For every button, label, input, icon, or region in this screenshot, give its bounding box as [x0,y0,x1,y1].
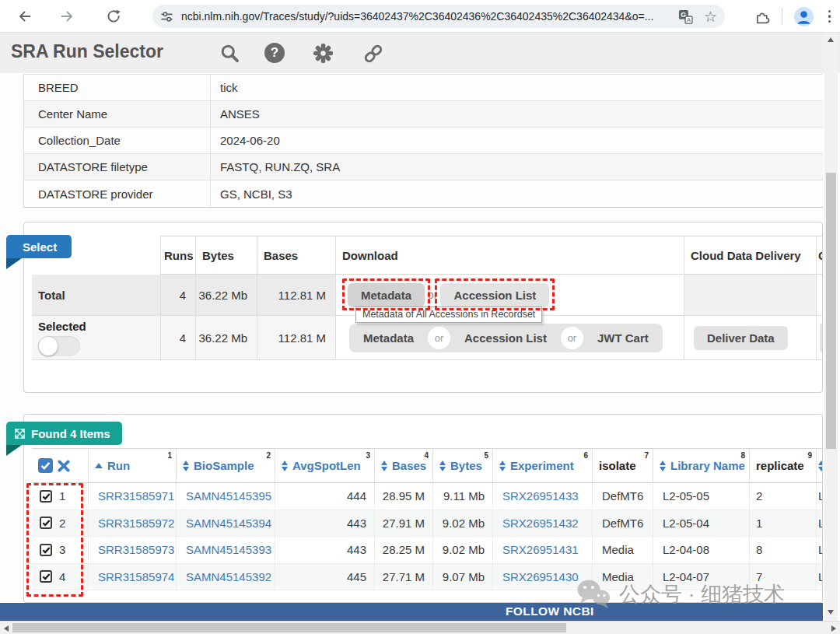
total-label: Total [32,275,160,316]
scroll-down-arrow[interactable] [828,610,834,615]
run-link[interactable]: SRR31585974 [88,564,176,590]
select-header-row: Runs Bytes Bases Download Cloud Data Del… [32,236,822,275]
sort-icon [439,461,446,471]
search-button[interactable] [219,43,240,67]
address-bar[interactable]: ncbi.nlm.nih.gov/Traces/study/?uids=3640… [152,5,725,28]
horizontal-scrollbar[interactable] [0,621,840,634]
biosample-link[interactable]: SAMN45145395 [176,483,275,510]
bytes-value: 9.02 Mb [432,510,492,537]
column-number: 7 [644,451,649,460]
check-icon [43,574,49,579]
settings-button[interactable] [313,43,334,67]
metadata-name: DATASTORE filetype [24,154,211,180]
back-button[interactable] [16,8,33,25]
column-header-experiment[interactable]: Experiment 6 [492,448,592,483]
biosample-link[interactable]: SAMN45145394 [176,510,275,537]
site-info-icon[interactable] [160,10,173,23]
column-header-biosample[interactable]: BioSample 2 [176,448,275,483]
selected-toggle[interactable] [38,336,80,356]
clipped-value: L [816,483,822,510]
column-header-run[interactable]: Run 1 [88,448,176,483]
metadata-download-button[interactable]: Metadata [348,283,425,307]
row-checkbox[interactable] [40,517,52,529]
metadata-selected-button[interactable]: Metadata [349,331,428,345]
table-row: 1 SRR31585971 SAMN45145395 444 28.95 M 9… [32,483,822,510]
column-label: Library Name [670,459,745,472]
permalink-button[interactable] [362,43,384,68]
accession-list-selected-button[interactable]: Accession List [450,331,561,345]
column-header-cloud-data-delivery: Cloud Data Delivery [684,236,816,275]
column-header-isolate: isolate 7 [592,448,653,483]
column-number: 1 [167,451,172,460]
row-checkbox[interactable] [40,490,52,503]
select-all-cell [32,448,88,483]
row-checkbox[interactable] [40,570,52,583]
scroll-left-arrow[interactable] [4,625,9,632]
check-icon [43,548,49,552]
isolate-value: DefMT6 [592,510,653,537]
select-all-checkbox[interactable] [38,458,53,473]
column-header-avgspotlen[interactable]: AvgSpotLen 3 [275,448,374,483]
clipped-button[interactable] [820,324,822,352]
metadata-value: tick [211,81,823,94]
or-separator: or [428,327,450,349]
scroll-up-arrow[interactable] [828,37,834,42]
scroll-right-arrow[interactable] [831,625,836,632]
vertical-scrollbar-thumb[interactable] [826,173,836,449]
selected-download-group: Metadata or Accession List or JWT Cart [349,324,663,352]
clear-selection-icon[interactable] [58,460,70,472]
jwt-cart-button[interactable]: JWT Cart [583,331,663,345]
metadata-value: ANSES [211,107,823,121]
isolate-value: Media [592,537,653,563]
run-link[interactable]: SRR31585971 [88,483,176,510]
experiment-link[interactable]: SRX26951430 [492,564,592,590]
selected-cloud-cell: Deliver Data [684,316,816,360]
biosample-link[interactable]: SAMN45145393 [176,537,275,563]
deliver-data-button[interactable]: Deliver Data [694,326,788,350]
profile-avatar[interactable] [793,6,814,27]
vertical-scrollbar[interactable] [824,33,838,621]
column-header-bytes[interactable]: Bytes 5 [432,448,492,483]
metadata-row: BREED tick [24,75,823,101]
experiment-link[interactable]: SRX26951432 [492,510,592,537]
selected-clipped-cell [816,316,822,360]
total-cloud-cell [684,275,816,316]
expand-arrows-icon [14,428,26,440]
translate-icon[interactable]: GA [678,9,693,24]
help-button[interactable]: ? [264,43,285,63]
column-label: BioSample [194,459,254,472]
column-header-library-name[interactable]: Library Name 8 [653,448,749,483]
sort-icon [183,461,189,471]
metadata-name: Collection_Date [24,128,211,153]
extensions-icon[interactable] [754,9,771,25]
run-link[interactable]: SRR31585972 [88,510,176,537]
metadata-tooltip: Metadata of All Accessions in Recordset [355,306,542,323]
bytes-value: 9.07 Mb [432,564,492,590]
experiment-link[interactable]: SRX26951433 [492,483,592,510]
toggle-knob [39,337,58,356]
horizontal-scrollbar-thumb[interactable] [12,623,566,632]
biosample-link[interactable]: SAMN45145392 [176,564,275,590]
reload-button[interactable] [105,8,122,25]
accession-list-download-button[interactable]: Accession List [440,283,549,307]
experiment-link[interactable]: SRX26951431 [492,537,592,563]
total-download-cell: Metadata or Accession List Metadata of A… [335,275,684,316]
column-header-clipped: C [816,236,822,275]
url-text[interactable]: ncbi.nlm.nih.gov/Traces/study/?uids=3640… [181,10,672,23]
selected-runs: 4 [160,316,195,360]
column-label: Bytes [450,459,482,472]
bookmark-star-icon[interactable]: ☆ [704,9,717,24]
column-header-bases[interactable]: Bases 4 [374,448,432,483]
bases-value: 28.95 M [374,483,432,510]
row-checkbox[interactable] [40,544,52,556]
metadata-value: FASTQ, RUN.ZQ, SRA [211,160,823,173]
study-metadata-table: BREED tick Center Name ANSES Collection_… [23,74,823,208]
row-number: 2 [59,517,65,530]
browser-menu-icon[interactable] [825,7,835,26]
column-header-clipped [816,448,822,483]
avgspotlen-value: 444 [275,483,374,510]
bases-value: 27.91 M [374,510,432,537]
column-label: Experiment [510,459,574,472]
run-link[interactable]: SRR31585973 [88,537,176,563]
forward-button[interactable] [58,8,75,25]
